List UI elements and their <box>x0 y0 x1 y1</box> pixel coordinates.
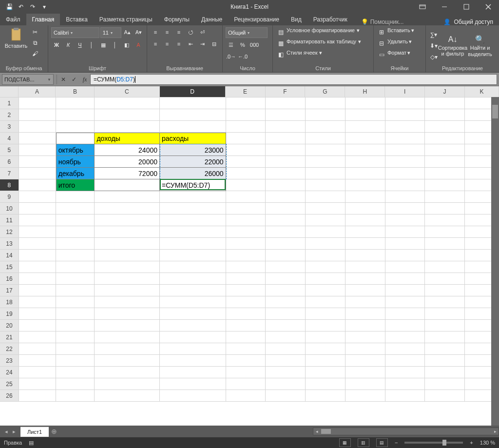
cell-C3[interactable] <box>95 121 160 133</box>
scrollbar-thumb[interactable] <box>492 105 498 118</box>
cell-G11[interactable] <box>306 214 345 226</box>
row-header-22[interactable]: 22 <box>0 343 19 355</box>
cell-C4[interactable]: доходы <box>95 133 160 144</box>
cell-A4[interactable] <box>19 133 56 144</box>
zoom-slider[interactable] <box>404 442 463 444</box>
cell-D4[interactable]: расходы <box>160 133 226 144</box>
cell-H18[interactable] <box>345 296 385 308</box>
undo-icon[interactable]: ↶ <box>16 1 26 12</box>
cell-B25[interactable] <box>56 378 95 390</box>
cell-G19[interactable] <box>306 308 345 320</box>
decrease-font-icon[interactable]: A▾ <box>134 27 144 37</box>
cell-J24[interactable] <box>425 367 465 378</box>
cell-F15[interactable] <box>266 261 306 273</box>
tell-me[interactable]: 💡Помощник... <box>357 19 408 25</box>
cell-G25[interactable] <box>306 378 345 390</box>
column-header-E[interactable]: E <box>226 86 266 97</box>
cell-F23[interactable] <box>266 355 306 367</box>
cell-B26[interactable] <box>56 390 95 402</box>
cell-I11[interactable] <box>385 214 425 226</box>
cell-I24[interactable] <box>385 367 425 378</box>
cell-B24[interactable] <box>56 367 95 378</box>
cell-A14[interactable] <box>19 250 56 261</box>
increase-font-icon[interactable]: A▴ <box>122 27 133 37</box>
cell-C2[interactable] <box>95 109 160 121</box>
cell-D5[interactable]: 23000 <box>160 144 226 156</box>
cell-D21[interactable] <box>160 331 226 343</box>
cell-A12[interactable] <box>19 226 56 238</box>
cell-F2[interactable] <box>266 109 306 121</box>
pagebreak-view-icon[interactable]: ▤ <box>376 438 388 447</box>
cell-H14[interactable] <box>345 250 385 261</box>
cell-G22[interactable] <box>306 343 345 355</box>
cell-H6[interactable] <box>345 156 385 168</box>
cell-C12[interactable] <box>95 226 160 238</box>
cell-B1[interactable] <box>56 97 95 109</box>
cell-J3[interactable] <box>425 121 465 133</box>
cell-H23[interactable] <box>345 355 385 367</box>
cell-E26[interactable] <box>226 390 266 402</box>
orientation-icon[interactable]: ⭯ <box>185 27 196 37</box>
cell-C13[interactable] <box>95 238 160 250</box>
cell-A8[interactable] <box>19 179 56 191</box>
merge-icon[interactable]: ⊟ <box>209 39 219 49</box>
cell-A9[interactable] <box>19 191 56 203</box>
find-select-button[interactable]: 🔍 Найти и выделить <box>467 35 493 57</box>
column-header-K[interactable]: K <box>465 86 499 97</box>
cell-A11[interactable] <box>19 214 56 226</box>
cell-E13[interactable] <box>226 238 266 250</box>
cell-I20[interactable] <box>385 320 425 331</box>
row-header-13[interactable]: 13 <box>0 238 19 250</box>
save-icon[interactable]: 💾 <box>4 1 15 12</box>
tab-данные[interactable]: Данные <box>195 14 228 25</box>
align-middle-icon[interactable]: ≡ <box>162 27 173 37</box>
cell-B10[interactable] <box>56 203 95 214</box>
cell-D26[interactable] <box>160 390 226 402</box>
cell-B2[interactable] <box>56 109 95 121</box>
cell-J21[interactable] <box>425 331 465 343</box>
cell-H26[interactable] <box>345 390 385 402</box>
cell-F1[interactable] <box>266 97 306 109</box>
cell-G10[interactable] <box>306 203 345 214</box>
cell-E10[interactable] <box>226 203 266 214</box>
column-header-F[interactable]: F <box>266 86 306 97</box>
cell-G13[interactable] <box>306 238 345 250</box>
row-header-20[interactable]: 20 <box>0 320 19 331</box>
cell-H13[interactable] <box>345 238 385 250</box>
cell-D11[interactable] <box>160 214 226 226</box>
fill-color-icon[interactable]: ◧ <box>121 40 132 50</box>
cell-A23[interactable] <box>19 355 56 367</box>
horizontal-scrollbar[interactable]: ◂ ▸ <box>313 428 499 435</box>
cell-G7[interactable] <box>306 168 345 179</box>
cell-J1[interactable] <box>425 97 465 109</box>
cell-A10[interactable] <box>19 203 56 214</box>
cell-G1[interactable] <box>306 97 345 109</box>
cell-E24[interactable] <box>226 367 266 378</box>
cell-G26[interactable] <box>306 390 345 402</box>
clear-icon[interactable]: ◇▾ <box>429 52 439 62</box>
cell-D9[interactable] <box>160 191 226 203</box>
cell-H8[interactable] <box>345 179 385 191</box>
cell-B13[interactable] <box>56 238 95 250</box>
autosum-icon[interactable]: ∑▾ <box>429 30 439 39</box>
cell-G14[interactable] <box>306 250 345 261</box>
cell-A13[interactable] <box>19 238 56 250</box>
cell-E17[interactable] <box>226 285 266 296</box>
cell-B7[interactable]: декабрь <box>56 168 95 179</box>
cell-G17[interactable] <box>306 285 345 296</box>
cell-E3[interactable] <box>226 121 266 133</box>
row-header-4[interactable]: 4 <box>0 133 19 144</box>
cell-J13[interactable] <box>425 238 465 250</box>
cell-H7[interactable] <box>345 168 385 179</box>
cell-B12[interactable] <box>56 226 95 238</box>
cell-E15[interactable] <box>226 261 266 273</box>
row-header-24[interactable]: 24 <box>0 367 19 378</box>
cell-J22[interactable] <box>425 343 465 355</box>
cell-C10[interactable] <box>95 203 160 214</box>
cell-B8[interactable]: итого <box>56 179 95 191</box>
zoom-in-icon[interactable]: + <box>470 440 473 446</box>
cell-F18[interactable] <box>266 296 306 308</box>
cell-G8[interactable] <box>306 179 345 191</box>
cell-A6[interactable] <box>19 156 56 168</box>
cell-J4[interactable] <box>425 133 465 144</box>
